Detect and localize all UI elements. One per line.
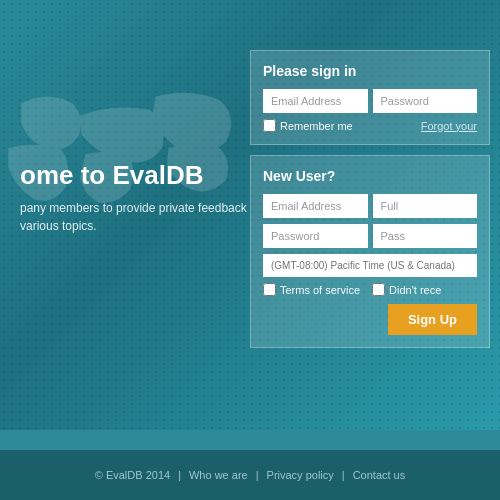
newuser-box: New User? Terms of service Didn't rece S… [250,155,490,348]
newuser-password-row [263,224,477,248]
signup-button[interactable]: Sign Up [388,304,477,335]
hero-title: ome to EvalDB [20,160,250,191]
signin-email-input[interactable] [263,89,368,113]
terms-of-service-label[interactable]: Terms of service [263,283,360,296]
footer-sep-2: | [256,469,259,481]
timezone-input[interactable] [263,254,477,277]
footer-sep-3: | [342,469,345,481]
hero-section: ome to EvalDB pany members to provide pr… [20,160,250,235]
footer-who-we-are-link[interactable]: Who we are [189,469,248,481]
footer: © EvalDB 2014 | Who we are | Privacy pol… [0,450,500,500]
footer-copyright: © EvalDB 2014 [95,469,170,481]
footer-contact-link[interactable]: Contact us [353,469,406,481]
newuser-password2-input[interactable] [373,224,478,248]
signin-title: Please sign in [263,63,477,79]
newuser-name-row [263,194,477,218]
terms-row: Terms of service Didn't rece [263,283,477,296]
remember-me-label[interactable]: Remember me [263,119,353,132]
signin-remember-row: Remember me Forgot your [263,119,477,132]
signin-credentials-row [263,89,477,113]
signin-password-input[interactable] [373,89,478,113]
signin-box: Please sign in Remember me Forgot your [250,50,490,145]
newuser-fullname-input[interactable] [373,194,478,218]
terms-checkbox[interactable] [263,283,276,296]
newuser-password-input[interactable] [263,224,368,248]
forms-panel: Please sign in Remember me Forgot your N… [240,50,500,348]
no-receive-label[interactable]: Didn't rece [372,283,441,296]
no-receive-checkbox[interactable] [372,283,385,296]
footer-privacy-link[interactable]: Privacy policy [267,469,334,481]
remember-me-checkbox[interactable] [263,119,276,132]
hero-description: pany members to provide private feedback… [20,199,250,235]
forgot-password-link[interactable]: Forgot your [421,120,477,132]
newuser-title: New User? [263,168,477,184]
footer-sep-1: | [178,469,181,481]
newuser-email-input[interactable] [263,194,368,218]
